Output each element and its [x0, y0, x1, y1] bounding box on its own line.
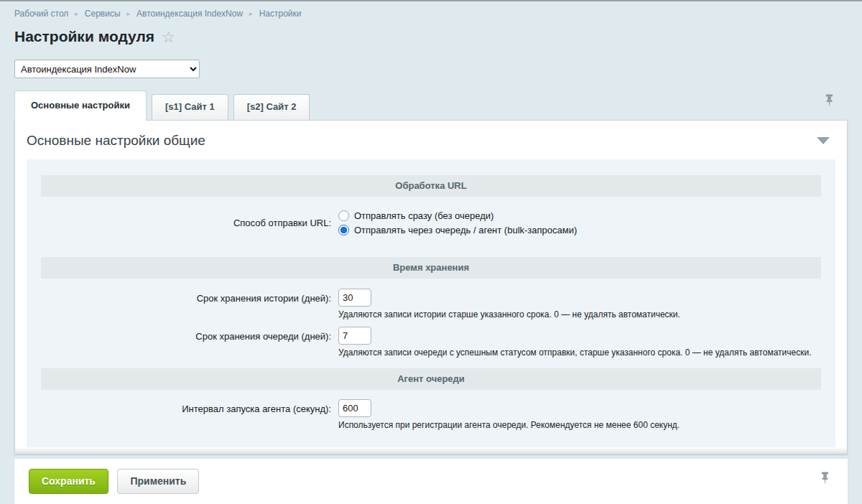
save-button[interactable]: Сохранить: [29, 469, 108, 494]
field-help-text: Удаляются записи истории старше указанно…: [338, 309, 814, 319]
field-label: Способ отправки URL:: [27, 218, 331, 228]
radio-send-via-queue[interactable]: Отправлять через очередь / агент (bulk-з…: [338, 223, 814, 237]
field-queue-ttl: Срок хранения очереди (дней): Удаляются …: [27, 327, 835, 358]
settings-form: Обработка URL Способ отправки URL: Отпра…: [27, 159, 835, 447]
breadcrumb-link-module[interactable]: Автоиндексация IndexNow: [136, 9, 243, 19]
breadcrumb-arrow-icon: ▸: [127, 11, 131, 17]
settings-page: Рабочий стол ▸ Сервисы ▸ Автоиндексация …: [0, 1, 862, 504]
radio-send-immediately[interactable]: Отправлять сразу (без очереди): [338, 208, 814, 223]
tab-main-settings[interactable]: Основные настройки: [14, 90, 147, 121]
breadcrumb: Рабочий стол ▸ Сервисы ▸ Автоиндексация …: [14, 1, 848, 19]
radio-send-immediately-input[interactable]: [338, 210, 349, 221]
breadcrumb-link-settings[interactable]: Настройки: [259, 9, 302, 19]
breadcrumb-arrow-icon: ▸: [75, 11, 78, 17]
breadcrumb-arrow-icon: ▸: [249, 11, 253, 17]
agent-interval-input[interactable]: [338, 399, 371, 417]
radio-send-via-queue-input[interactable]: [338, 225, 349, 235]
group-heading-queue-agent: Агент очереди: [41, 368, 821, 390]
tab-site-1[interactable]: [s1] Сайт 1: [152, 94, 228, 120]
module-select[interactable]: Автоиндексация IndexNow: [14, 60, 200, 78]
field-help-text: Используется при регистрации агента очер…: [338, 420, 814, 430]
settings-panel: Основные настройки общие Обработка URL С…: [14, 120, 848, 454]
field-label: Срок хранения истории (дней):: [27, 289, 331, 319]
field-label: Интервал запуска агента (секунд):: [27, 399, 331, 430]
queue-ttl-input[interactable]: [338, 327, 371, 345]
radio-label: Отправлять сразу (без очереди): [354, 210, 493, 221]
history-ttl-input[interactable]: [338, 289, 371, 307]
favorite-star-icon[interactable]: ☆: [162, 29, 175, 45]
group-heading-storage-time: Время хранения: [41, 257, 821, 279]
field-history-ttl: Срок хранения истории (дней): Удаляются …: [27, 289, 835, 319]
field-send-method: Способ отправки URL: Отправлять сразу (б…: [27, 208, 835, 237]
apply-button[interactable]: Применить: [117, 469, 199, 494]
pin-icon[interactable]: [820, 472, 830, 488]
tab-site-2[interactable]: [s2] Сайт 2: [233, 94, 310, 120]
field-help-text: Удаляются записи очереди с успешным стат…: [338, 347, 814, 358]
breadcrumb-link-desktop[interactable]: Рабочий стол: [14, 9, 68, 19]
collapse-section-icon[interactable]: [817, 137, 830, 144]
footer-toolbar: Сохранить Применить: [14, 459, 848, 504]
group-heading-url-processing: Обработка URL: [41, 175, 821, 197]
breadcrumb-link-services[interactable]: Сервисы: [85, 9, 121, 19]
panel-section-title: Основные настройки общие: [27, 133, 205, 149]
page-title: Настройки модуля: [14, 28, 154, 45]
panel-bottom-edge: [15, 447, 847, 454]
radio-label: Отправлять через очередь / агент (bulk-з…: [354, 225, 577, 235]
field-agent-interval: Интервал запуска агента (секунд): Исполь…: [27, 399, 835, 430]
field-label: Срок хранения очереди (дней):: [27, 327, 331, 358]
tab-bar: Основные настройки [s1] Сайт 1 [s2] Сайт…: [14, 90, 848, 120]
pin-icon[interactable]: [824, 94, 835, 111]
